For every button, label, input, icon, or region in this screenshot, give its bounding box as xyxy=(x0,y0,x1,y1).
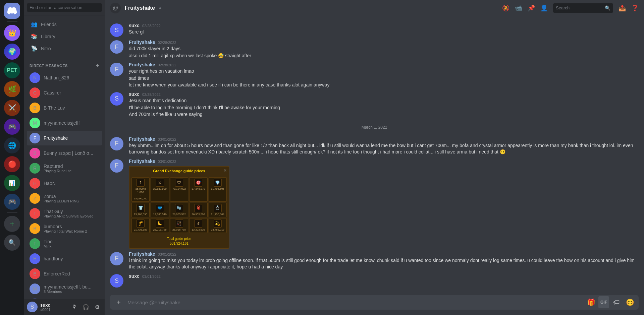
dm-item-bumonrs[interactable]: B bumonrs Playing Total War: Rome 2 xyxy=(27,221,102,236)
message-group: F Fruityshake 03/01/2022 hey uhmm...im o… xyxy=(105,135,644,157)
server-icon-3[interactable]: PET xyxy=(4,62,20,78)
message-timestamp: 03/01/2022 xyxy=(158,137,176,141)
server-icon-8[interactable]: 🔴 xyxy=(4,156,20,172)
mute-button[interactable]: 🎙 xyxy=(70,302,79,312)
ge-item-icon: 🗡 xyxy=(137,179,145,187)
dm-item-noxwalrus[interactable]: N Noxwalrus xyxy=(27,297,102,299)
ge-item-icon: 🩲 xyxy=(156,204,164,212)
message-header: Fruityshake 03/01/2022 xyxy=(129,159,639,164)
server-icon-2[interactable]: 🌍 xyxy=(4,44,20,60)
user-tag: #0001 xyxy=(40,308,67,312)
add-attachment-button[interactable]: + xyxy=(113,295,125,310)
dm-item-myynameeissjefff2[interactable]: M myynameeissjefff, bu... 3 Members xyxy=(27,281,102,296)
start-video-button[interactable]: 📹 xyxy=(515,4,522,12)
dm-item-name: B The Luv xyxy=(44,105,65,111)
dm-item-fruityshake[interactable]: F Fruityshake xyxy=(27,131,102,145)
dm-search-area xyxy=(24,0,105,15)
avatar: F xyxy=(30,133,40,143)
inbox-button[interactable]: 📥 xyxy=(619,4,626,12)
server-icon-4[interactable]: 🌿 xyxy=(4,81,20,97)
sidebar-item-nitro[interactable]: 📡 Nitro xyxy=(27,43,102,54)
message-text: And 700m is fine like u were saying xyxy=(129,111,639,118)
search-bar: 🔍 xyxy=(553,3,613,13)
ge-item-icon: 🦶 xyxy=(156,219,164,228)
settings-button[interactable]: ⚙ xyxy=(93,302,102,312)
dm-item-thatguy[interactable]: T That Guy Playing ARK: Survival Evolved xyxy=(27,206,102,221)
dm-item-name: myynameeissjefff xyxy=(44,120,80,126)
avatar: B xyxy=(30,223,40,234)
dm-item-haon[interactable]: H HaoN xyxy=(27,176,102,191)
search-input[interactable] xyxy=(556,5,603,10)
mute-notifications-button[interactable]: 🔕 xyxy=(502,4,509,12)
gif-button[interactable]: GIF xyxy=(598,296,609,308)
gift-button[interactable]: 🎁 xyxy=(585,295,597,310)
emoji-button[interactable]: 😊 xyxy=(624,295,636,310)
dm-item-btheluv[interactable]: B B The Luv xyxy=(27,101,102,115)
add-member-button[interactable]: 👤 xyxy=(540,4,548,12)
avatar: S xyxy=(110,92,123,106)
dm-item-cassirer[interactable]: C Cassirer xyxy=(27,85,102,100)
server-icon-7[interactable]: 🌐 xyxy=(4,137,20,153)
message-image[interactable]: ✕ Grand Exchange guide prices 🗡 35,000 x… xyxy=(129,166,639,249)
message-text: your right hes on vacation lmao xyxy=(129,68,639,75)
dm-item-enforcerred[interactable]: E EnforcerRed xyxy=(27,266,102,281)
message-input[interactable] xyxy=(127,295,582,310)
server-icon-10[interactable]: 🎮 xyxy=(4,194,20,210)
message-body: Jesus man that's dedicationI'll be able … xyxy=(129,98,639,118)
add-dm-button[interactable]: + xyxy=(96,63,99,69)
sidebar-item-friends[interactable]: 👥 Friends xyxy=(27,18,102,30)
help-button[interactable]: ❓ xyxy=(631,4,639,12)
sticker-button[interactable]: 🏷 xyxy=(610,295,623,310)
message-timestamp: 02/28/2022 xyxy=(142,92,161,97)
dm-item-raptured[interactable]: R Raptured Playing RuneLite xyxy=(27,161,102,176)
message-author: suxc xyxy=(129,23,140,28)
dm-item-handfony[interactable]: H handfony xyxy=(27,251,102,266)
ge-item-value: 25,016,785 xyxy=(152,228,167,232)
server-icon-5[interactable]: ⚔️ xyxy=(4,100,20,116)
message-text: hey uhmm...im on for about 5 hours now a… xyxy=(129,142,639,155)
server-icon-1[interactable]: 👑 xyxy=(4,25,20,41)
ge-item-icon: 🗡 xyxy=(194,219,202,228)
dm-search-input[interactable] xyxy=(27,3,102,12)
pinned-messages-button[interactable]: 📌 xyxy=(528,4,535,12)
server-rail: 👑 🌍 PET 🌿 ⚔️ 🎮 🌐 🔴 📊 🎮 + 🔍 xyxy=(0,0,24,315)
message-author: suxc xyxy=(129,273,140,279)
date-label: March 1, 2022 xyxy=(362,125,387,130)
server-icon-9[interactable]: 📊 xyxy=(4,175,20,191)
dm-item-nathan[interactable]: N Nathan_826 xyxy=(27,70,102,85)
search-icon: 🔍 xyxy=(605,5,610,11)
avatar: E xyxy=(30,268,40,279)
avatar: Z xyxy=(30,193,40,204)
ge-item-value: 21,736,688 xyxy=(133,228,148,232)
server-icon-home[interactable] xyxy=(4,3,20,19)
dm-item-status: Playing ARK: Survival Evolved xyxy=(44,214,94,218)
message-text: did 700k slayer in 2 days xyxy=(129,46,639,52)
dm-item-bunny[interactable]: B Вuнny ꜱεαρα | Lαηð σ... xyxy=(27,146,102,161)
close-icon[interactable]: ✕ xyxy=(223,168,227,174)
message-input-area: + 🎁 GIF 🏷 😊 xyxy=(105,295,644,315)
dm-item-myynameeissjefff[interactable]: M myynameeissjefff xyxy=(27,116,102,130)
dm-item-tino[interactable]: T Tino Mink xyxy=(27,236,102,251)
sidebar-item-library[interactable]: 📚 Library xyxy=(27,30,102,42)
dm-item-name: EnforcerRed xyxy=(44,271,70,276)
add-server-button[interactable]: + xyxy=(4,216,20,232)
avatar: F xyxy=(110,137,123,150)
ge-item-value: 35,000 x 1,000= 35,000,000 xyxy=(133,187,148,200)
dm-item-info: Zorua Playing ELDEN RING xyxy=(44,194,79,203)
dm-item-info: Fruityshake xyxy=(44,135,68,141)
avatar: F xyxy=(110,63,123,76)
main-chat: @ Fruityshake ● 🔕 📹 📌 👤 🔍 📥 ❓ S suxc 02/… xyxy=(105,0,644,315)
message-author: suxc xyxy=(129,91,140,97)
message-content: suxc 02/28/2022 Sure gl xyxy=(129,23,639,37)
dm-item-zorua[interactable]: Z Zorua Playing ELDEN RING xyxy=(27,191,102,206)
server-divider xyxy=(7,21,17,22)
ge-item-icon: 🎯 xyxy=(194,179,202,187)
message-body: hey uhmm...im on for about 5 hours now a… xyxy=(129,142,639,155)
message-content: Fruityshake 03/01/2022 hey uhmm...im on … xyxy=(129,136,639,156)
avatar: S xyxy=(110,274,123,288)
deafen-button[interactable]: 🎧 xyxy=(81,302,91,312)
server-icon-6[interactable]: 🎮 xyxy=(4,119,20,135)
explore-servers-button[interactable]: 🔍 xyxy=(4,235,20,251)
ge-grid-cell: 🎯 37,346,278 xyxy=(189,177,207,201)
message-header: Fruityshake 03/01/2022 xyxy=(129,136,639,142)
